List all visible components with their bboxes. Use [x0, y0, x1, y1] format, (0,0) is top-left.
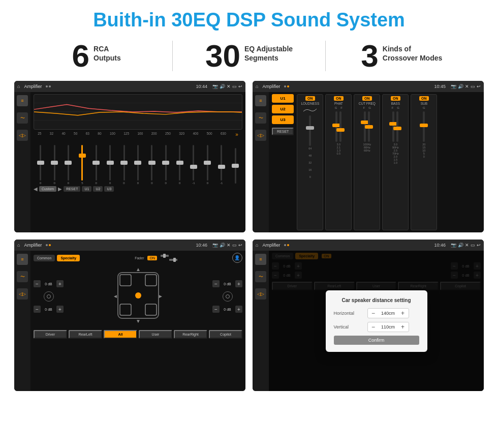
all-btn[interactable]: All: [104, 330, 137, 339]
sub-slider[interactable]: [423, 111, 425, 142]
close-icon-3[interactable]: ✕: [227, 243, 231, 248]
driver-btn[interactable]: Driver: [34, 330, 67, 339]
volume-icon-2: 🔊: [458, 84, 463, 89]
db-minus-rl[interactable]: −: [34, 306, 41, 313]
u3-btn-1[interactable]: U3: [104, 186, 114, 192]
bass-on: ON: [391, 96, 400, 101]
close-icon-4[interactable]: ✕: [465, 243, 469, 248]
preset-u2[interactable]: U2: [272, 105, 294, 113]
title-2: Amplifier: [262, 84, 280, 89]
volume-icon-4: 🔊: [458, 243, 463, 248]
cutfreq-title: CUT FREQ: [359, 102, 376, 105]
svg-point-8: [135, 292, 141, 298]
horizontal-minus[interactable]: −: [370, 310, 377, 317]
home-icon-2[interactable]: ⌂: [256, 84, 258, 89]
eq-icon-2[interactable]: ≡: [255, 95, 266, 106]
rearright-btn[interactable]: RearRight: [174, 330, 207, 339]
confirm-button[interactable]: Confirm: [334, 336, 419, 345]
eq-content: 2532405063 80100125160200 25032040050063…: [30, 92, 245, 232]
vertical-plus[interactable]: +: [399, 323, 407, 331]
bass-slider-g[interactable]: [396, 111, 398, 142]
cutfreq-on: ON: [362, 96, 372, 101]
left-sidebar-4: ≡ 〜 ◁▷: [253, 251, 269, 391]
eq-slider-13: -1: [217, 145, 226, 185]
back-icon-1[interactable]: ↩: [238, 84, 242, 89]
home-icon-1[interactable]: ⌂: [17, 84, 20, 89]
preset-u1[interactable]: U1: [272, 94, 294, 103]
db-plus-fr[interactable]: +: [235, 280, 242, 287]
module-bass: ON BASS F G 3.090Hz: [382, 94, 409, 230]
module-cutfreq: ON CUT FREQ F G 100: [354, 94, 380, 230]
volume-icon-3: 🔊: [220, 243, 225, 248]
stat-divider-2: [325, 41, 326, 71]
eq-slider-0: 0: [36, 145, 45, 185]
eq-icon-4[interactable]: ≡: [255, 254, 266, 265]
back-icon-4[interactable]: ↩: [477, 243, 481, 248]
u1-btn-1[interactable]: U1: [82, 186, 91, 192]
stats-row: 6 RCAOutputs 30 EQ AdjustableSegments 3 …: [0, 36, 498, 78]
stat-label-crossover: Kinds ofCrossover Modes: [383, 40, 442, 63]
tab-common[interactable]: Common: [34, 255, 55, 261]
eq-slider-1: 0: [50, 145, 59, 185]
loudness-title: LOUDNESS: [301, 102, 319, 105]
back-icon-2[interactable]: ↩: [477, 84, 481, 89]
loudness-slider[interactable]: [309, 115, 311, 146]
custom-btn[interactable]: Custom: [39, 186, 56, 192]
phat-on: ON: [334, 96, 344, 101]
wave-icon-4[interactable]: 〜: [255, 271, 266, 282]
wave-icon-3[interactable]: 〜: [17, 271, 28, 282]
eq-icon-1[interactable]: ≡: [17, 95, 28, 106]
title-3: Amplifier: [24, 243, 42, 248]
screen-eq: ⌂ Amplifier 10:44 📷 🔊 ✕ ▭ ↩ ≡ 〜 ◁▷: [14, 81, 245, 232]
phat-slider-g[interactable]: [335, 111, 337, 142]
time-3: 10:46: [196, 243, 207, 248]
stat-number-30: 30: [205, 40, 240, 72]
preset-u3[interactable]: U3: [272, 115, 294, 124]
screen-adv-eq: ⌂ Amplifier 10:45 📷 🔊 ✕ ▭ ↩ ≡ 〜 ◁▷: [253, 81, 484, 232]
u2-btn-1[interactable]: U2: [93, 186, 103, 192]
db-plus-fl[interactable]: +: [56, 280, 64, 287]
db-minus-fr[interactable]: −: [212, 280, 220, 287]
close-icon-1[interactable]: ✕: [227, 84, 231, 89]
speaker-icon-4[interactable]: ◁▷: [255, 288, 266, 300]
speaker-icon-1[interactable]: ◁▷: [17, 130, 28, 141]
eq-slider-6: 0: [119, 145, 129, 185]
play-icon[interactable]: ▶: [58, 186, 62, 192]
svg-rect-5: [145, 275, 157, 286]
db-minus-rr[interactable]: −: [212, 306, 220, 313]
phat-slider-f[interactable]: [339, 111, 341, 142]
home-icon-3[interactable]: ⌂: [17, 243, 20, 248]
topbar-1: ⌂ Amplifier 10:44 📷 🔊 ✕ ▭ ↩: [14, 81, 245, 92]
vertical-stepper[interactable]: − 110cm +: [367, 322, 409, 332]
user-icon[interactable]: 👤: [232, 253, 242, 263]
horizontal-stepper[interactable]: − 140cm +: [367, 308, 409, 318]
vertical-minus[interactable]: −: [370, 323, 377, 331]
eq-slider-3: 5: [78, 145, 87, 185]
adv-reset-btn[interactable]: RESET: [272, 128, 294, 135]
rearleft-btn[interactable]: RearLeft: [69, 330, 102, 339]
tab-specialty[interactable]: Specialty: [57, 255, 80, 261]
car-diagram: ▲ ▼ ◄ ►: [67, 266, 209, 327]
prev-icon[interactable]: ◀: [34, 186, 38, 192]
cutfreq-slider-g[interactable]: [368, 111, 370, 142]
back-icon-3[interactable]: ↩: [238, 243, 242, 248]
db-minus-fl[interactable]: −: [34, 280, 41, 287]
wave-icon-1[interactable]: 〜: [17, 112, 28, 124]
db-plus-rl[interactable]: +: [56, 306, 64, 313]
reset-btn-1[interactable]: RESET: [64, 186, 80, 192]
user-btn[interactable]: User: [139, 330, 172, 339]
speaker-icon-2[interactable]: ◁▷: [255, 130, 266, 141]
speaker-icon-3[interactable]: ◁▷: [17, 288, 28, 300]
module-sub: ON SUB G 20151050: [411, 94, 437, 230]
home-icon-4[interactable]: ⌂: [256, 243, 258, 248]
module-loudness: ON LOUDNESS 644832160: [297, 94, 323, 230]
loudness-labels: 644832160: [308, 147, 312, 178]
close-icon-2[interactable]: ✕: [465, 84, 469, 89]
copilot-btn[interactable]: Copilot: [209, 330, 242, 339]
camera-icon-1: 📷: [212, 84, 218, 89]
eq-slider-14: [231, 148, 240, 185]
eq-icon-3[interactable]: ≡: [17, 254, 28, 265]
db-plus-rr[interactable]: +: [235, 306, 242, 313]
wave-icon-2[interactable]: 〜: [255, 112, 266, 124]
horizontal-plus[interactable]: +: [399, 310, 407, 317]
